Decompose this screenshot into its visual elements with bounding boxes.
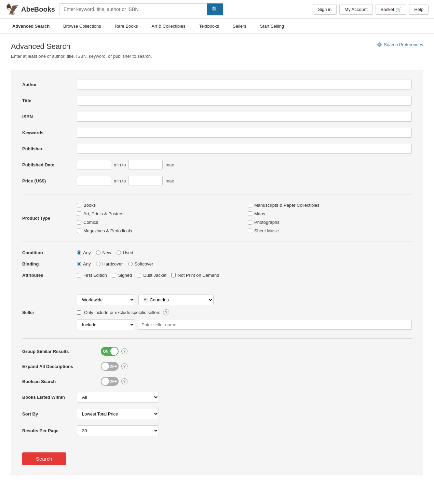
nav-item-art-collectibles[interactable]: Art & Collectibles bbox=[145, 19, 192, 33]
boolean-search-help-icon[interactable]: ? bbox=[121, 378, 127, 384]
product-type-books[interactable]: Books bbox=[77, 203, 241, 208]
isbn-input[interactable] bbox=[77, 112, 412, 122]
seller-include-select[interactable]: Include Exclude bbox=[77, 319, 135, 330]
max-label: max bbox=[165, 162, 174, 167]
search-preferences-link[interactable]: ⚙️ Search Preferences bbox=[377, 42, 423, 47]
sheet-music-checkbox[interactable] bbox=[248, 229, 252, 233]
global-search-input[interactable] bbox=[59, 3, 207, 15]
manuscripts-checkbox[interactable] bbox=[248, 203, 252, 207]
expand-descriptions-toggle[interactable]: OFF bbox=[101, 362, 119, 371]
condition-label: Condition bbox=[22, 250, 77, 255]
price-max-input[interactable] bbox=[128, 176, 163, 186]
nav-item-advanced-search[interactable]: Advanced Search bbox=[5, 19, 56, 33]
product-type-magazines[interactable]: Magazines & Periodicals bbox=[77, 228, 241, 233]
help-button[interactable]: Help bbox=[409, 4, 429, 15]
price-min-input[interactable] bbox=[77, 176, 111, 186]
logo-text: AbeBooks bbox=[21, 5, 55, 13]
seller-label: Seller bbox=[22, 310, 77, 315]
dust-jacket-checkbox[interactable] bbox=[137, 273, 141, 277]
nav-item-rare-books[interactable]: Rare Books bbox=[108, 19, 145, 33]
photographs-checkbox[interactable] bbox=[248, 220, 252, 224]
binding-hardcover-radio[interactable] bbox=[96, 262, 100, 266]
nav-item-sellers[interactable]: Sellers bbox=[226, 19, 253, 33]
art-prints-checkbox[interactable] bbox=[77, 212, 81, 216]
isbn-label: ISBN bbox=[22, 114, 77, 119]
author-label: Author bbox=[22, 82, 77, 87]
first-edition-label: First Edition bbox=[83, 273, 107, 278]
sort-by-row: Sort By Lowest Total Price Highest Total… bbox=[22, 409, 412, 419]
global-search-button[interactable]: 🔍 bbox=[207, 3, 223, 15]
not-print-on-demand-checkbox[interactable] bbox=[171, 273, 176, 277]
publisher-control bbox=[77, 144, 412, 154]
condition-used[interactable]: Used bbox=[117, 250, 133, 255]
binding-row: Binding Any Hardcover Softco bbox=[22, 261, 412, 267]
condition-control: Any New Used bbox=[77, 250, 412, 255]
seller-region-select[interactable]: Worldwide Americas Europe Asia Oceania bbox=[77, 295, 135, 305]
search-button[interactable]: Search bbox=[22, 452, 66, 465]
nav-item-browse-collections[interactable]: Browse Collections bbox=[56, 19, 108, 33]
group-similar-help-icon[interactable]: ? bbox=[121, 348, 127, 354]
binding-softcover[interactable]: Softcover bbox=[128, 261, 153, 267]
binding-softcover-radio[interactable] bbox=[128, 262, 133, 266]
group-similar-toggle[interactable]: ON bbox=[101, 347, 119, 356]
binding-hardcover[interactable]: Hardcover bbox=[96, 261, 123, 267]
magazines-checkbox[interactable] bbox=[77, 229, 81, 233]
maps-checkbox[interactable] bbox=[248, 212, 252, 216]
condition-new-radio[interactable] bbox=[96, 250, 100, 255]
results-per-page-label: Results Per Page bbox=[22, 428, 77, 433]
basket-button[interactable]: Basket 🛒 bbox=[376, 4, 407, 15]
price-range: min to max bbox=[77, 176, 412, 186]
product-type-manuscripts[interactable]: Manuscripts & Paper Collectibles bbox=[248, 203, 412, 208]
logo[interactable]: 🦅 AbeBooks bbox=[5, 3, 55, 16]
books-checkbox[interactable] bbox=[77, 203, 81, 207]
binding-any-radio[interactable] bbox=[77, 262, 81, 266]
expand-descriptions-toggle-text: OFF bbox=[109, 364, 117, 368]
header-actions: Sign in My Account Basket 🛒 Help bbox=[313, 4, 429, 15]
seller-specific-checkbox[interactable] bbox=[77, 310, 81, 315]
results-per-page-select[interactable]: 10 25 30 50 100 bbox=[77, 425, 159, 436]
condition-any-label: Any bbox=[83, 250, 91, 255]
seller-country-select[interactable]: All Countries United States United Kingd… bbox=[138, 295, 214, 305]
condition-any-radio[interactable] bbox=[77, 250, 81, 255]
signed-checkbox[interactable] bbox=[112, 273, 116, 277]
isbn-control bbox=[77, 112, 412, 122]
condition-used-radio[interactable] bbox=[117, 250, 121, 255]
first-edition-checkbox[interactable] bbox=[77, 273, 81, 277]
publisher-input[interactable] bbox=[77, 144, 412, 154]
sort-by-select[interactable]: Lowest Total Price Highest Total Price L… bbox=[77, 409, 159, 419]
my-account-button[interactable]: My Account bbox=[339, 4, 372, 15]
condition-new[interactable]: New bbox=[96, 250, 111, 255]
binding-any-label: Any bbox=[83, 261, 91, 267]
books-listed-select[interactable]: All Last 24 Hours Last 7 Days Last 30 Da… bbox=[77, 392, 159, 403]
attr-signed[interactable]: Signed bbox=[112, 273, 132, 278]
nav-item-start-selling[interactable]: Start Selling bbox=[253, 19, 291, 33]
seller-name-input[interactable] bbox=[138, 320, 412, 330]
attr-dust-jacket[interactable]: Dust Jacket bbox=[137, 273, 166, 278]
seller-specific-help-icon[interactable]: ? bbox=[163, 309, 169, 315]
author-input[interactable] bbox=[77, 80, 412, 90]
attr-not-print-on-demand[interactable]: Not Print on Demand bbox=[171, 273, 219, 278]
attr-first-edition[interactable]: First Edition bbox=[77, 273, 107, 278]
comics-checkbox[interactable] bbox=[77, 220, 81, 224]
product-type-maps[interactable]: Maps bbox=[248, 211, 412, 216]
published-date-max-input[interactable] bbox=[128, 160, 163, 170]
product-type-comics[interactable]: Comics bbox=[77, 220, 241, 225]
keywords-label: Keywords bbox=[22, 130, 77, 135]
price-label: Price (US$) bbox=[22, 178, 77, 183]
title-input[interactable] bbox=[77, 96, 412, 106]
publisher-row: Publisher bbox=[22, 144, 412, 154]
search-prefs-label: Search Preferences bbox=[384, 42, 423, 47]
published-date-min-input[interactable] bbox=[77, 160, 111, 170]
keywords-input[interactable] bbox=[77, 128, 412, 138]
product-type-photographs[interactable]: Photographs bbox=[248, 220, 412, 225]
binding-any[interactable]: Any bbox=[77, 261, 91, 267]
options-section: Group Similar Results ON ? Expand All De… bbox=[22, 347, 412, 465]
nav-item-textbooks[interactable]: Textbooks bbox=[192, 19, 226, 33]
group-similar-toggle-text: ON bbox=[103, 349, 109, 353]
condition-any[interactable]: Any bbox=[77, 250, 91, 255]
product-type-art-prints[interactable]: Art, Prints & Posters bbox=[77, 211, 241, 216]
expand-descriptions-help-icon[interactable]: ? bbox=[121, 363, 127, 369]
product-type-sheet-music[interactable]: Sheet Music bbox=[248, 228, 412, 233]
boolean-search-toggle[interactable]: OFF bbox=[101, 377, 119, 386]
sign-in-button[interactable]: Sign in bbox=[313, 4, 337, 15]
